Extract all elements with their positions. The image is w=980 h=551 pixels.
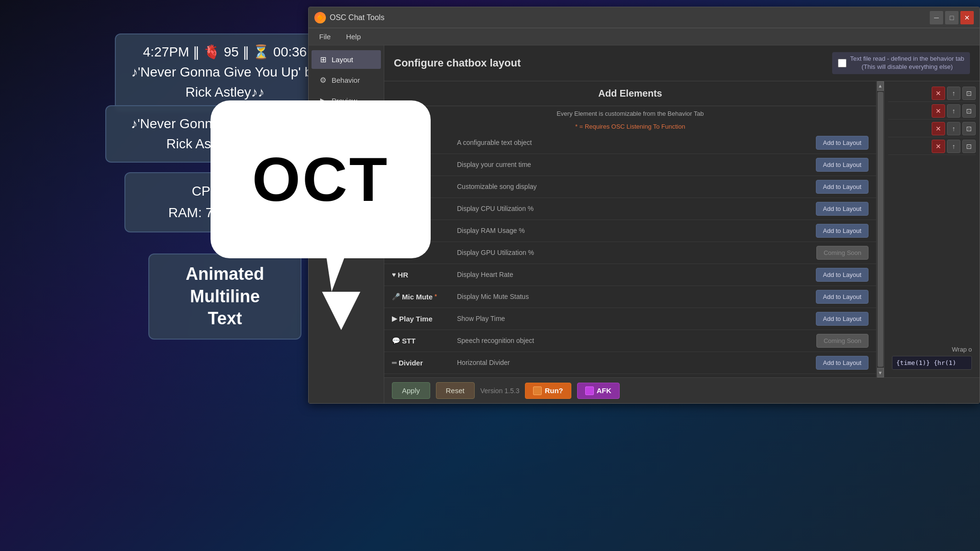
- right-panel-controls: ✕ ↑ ⊡ ✕ ↑ ⊡ ✕ ↑: [888, 85, 976, 155]
- speech-bubble: OCT: [211, 100, 431, 292]
- element-name-divider: ═ Divider: [392, 359, 449, 367]
- minimize-button[interactable]: ─: [930, 11, 943, 24]
- delete-button-1[interactable]: ✕: [932, 87, 945, 100]
- sidebar-item-layout[interactable]: ⊞ Layout: [312, 50, 381, 69]
- element-name-stt: 💬 STT: [392, 337, 449, 345]
- add-song-button[interactable]: Add to Layout: [816, 180, 869, 194]
- sidebar-label-behavior: Behavior: [332, 76, 360, 84]
- element-desc-song: Customizable song display: [449, 183, 816, 190]
- up-button-2[interactable]: ↑: [947, 104, 960, 118]
- mic-icon: 🎤: [392, 293, 400, 300]
- add-cpu-button[interactable]: Add to Layout: [816, 202, 869, 216]
- up-button-1[interactable]: ↑: [947, 87, 960, 100]
- element-name-mic-mute: 🎤 Mic Mute *: [392, 293, 449, 301]
- content-header: Configure chatbox layout Text file read …: [384, 45, 980, 81]
- edit-button-3[interactable]: ⊡: [962, 122, 976, 135]
- add-hr-button[interactable]: Add to Layout: [816, 268, 869, 282]
- menu-file[interactable]: File: [312, 31, 337, 43]
- behavior-icon: ⚙: [318, 76, 328, 85]
- delete-button-3[interactable]: ✕: [932, 122, 945, 135]
- element-desc-gpu: Display GPU Utilization %: [449, 249, 816, 256]
- menu-help[interactable]: Help: [339, 31, 368, 43]
- ctrl-row-4: ✕ ↑ ⊡: [888, 138, 976, 155]
- app-icon: 🔶: [314, 12, 326, 23]
- scroll-track[interactable]: ▲ ▼: [876, 81, 884, 377]
- element-row-ram: 💾 RAM Display RAM Usage % Add to Layout: [384, 220, 876, 242]
- element-desc-stt: Speech recognition object: [449, 337, 816, 344]
- element-desc-ram: Display RAM Usage %: [449, 227, 816, 234]
- sidebar-item-behavior[interactable]: ⚙ Behavior: [312, 71, 381, 89]
- add-play-time-button[interactable]: Add to Layout: [816, 312, 869, 326]
- required-star-mic: *: [434, 293, 437, 300]
- element-name-play-time: ▶ Play Time: [392, 315, 449, 323]
- edit-button-1[interactable]: ⊡: [962, 87, 976, 100]
- speech-bubble-body: OCT: [211, 100, 431, 258]
- wrap-label: Wrap o: [892, 346, 972, 353]
- right-panel: ✕ ↑ ⊡ ✕ ↑ ⊡ ✕ ↑: [884, 81, 980, 377]
- afk-button[interactable]: AFK: [577, 383, 620, 399]
- scroll-down-button[interactable]: ▼: [877, 368, 884, 377]
- element-desc-cpu: Display CPU Utilization %: [449, 205, 816, 212]
- add-mic-mute-button[interactable]: Add to Layout: [816, 290, 869, 304]
- edit-button-4[interactable]: ⊡: [962, 140, 976, 153]
- add-text-button[interactable]: Add to Layout: [816, 136, 869, 150]
- preview-box-1: 4:27PM ‖ 🫀 95 ‖ ⏳ 00:36 ♪'Never Gonna Gi…: [115, 33, 335, 111]
- elements-list[interactable]: T Text A configurable text object Add to…: [384, 132, 876, 377]
- add-divider-button[interactable]: Add to Layout: [816, 356, 869, 370]
- preview-box-1-line3: Rick Astley♪♪: [127, 82, 323, 102]
- delete-button-4[interactable]: ✕: [932, 140, 945, 153]
- element-row-time: 🕐 Time Display your current time Add to …: [384, 154, 876, 176]
- add-gpu-button: Coming Soon: [816, 246, 869, 260]
- element-desc-hr: Display Heart Rate: [449, 271, 816, 278]
- up-button-3[interactable]: ↑: [947, 122, 960, 135]
- element-row-text: T Text A configurable text object Add to…: [384, 132, 876, 154]
- elements-panel: Add Elements Every Element is customizab…: [384, 81, 980, 377]
- element-row-play-time: ▶ Play Time Show Play Time Add to Layout: [384, 308, 876, 330]
- version-text: Version 1.5.3: [480, 387, 520, 395]
- menu-bar: File Help: [309, 28, 980, 45]
- delete-button-2[interactable]: ✕: [932, 104, 945, 118]
- add-ram-button[interactable]: Add to Layout: [816, 224, 869, 238]
- element-desc-text: A configurable text object: [449, 139, 816, 146]
- element-row-gpu: 🎮 GPU Display GPU Utilization % Coming S…: [384, 242, 876, 264]
- preview-box-1-line2: ♪'Never Gonna Give You Up' by: [127, 62, 323, 82]
- scroll-up-button[interactable]: ▲: [877, 81, 884, 91]
- ctrl-row-3: ✕ ↑ ⊡: [888, 121, 976, 137]
- window-controls: ─ □ ✕: [930, 11, 974, 24]
- add-stt-button: Coming Soon: [816, 334, 869, 348]
- reset-button[interactable]: Reset: [436, 382, 475, 399]
- speech-bubble-text: OCT: [252, 143, 389, 215]
- add-elements-panel: Add Elements Every Element is customizab…: [384, 81, 876, 377]
- add-time-button[interactable]: Add to Layout: [816, 158, 869, 172]
- element-desc-play-time: Show Play Time: [449, 315, 816, 322]
- sidebar-label-layout: Layout: [332, 55, 353, 64]
- ctrl-row-2: ✕ ↑ ⊡: [888, 103, 976, 120]
- element-row-stt: 💬 STT Speech recognition object Coming S…: [384, 330, 876, 352]
- main-content: Configure chatbox layout Text file read …: [384, 45, 980, 403]
- title-bar: 🔶 OSC Chat Tools ─ □ ✕: [309, 7, 980, 28]
- wrap-section: Wrap o: [888, 342, 976, 374]
- layout-icon: ⊞: [318, 55, 328, 64]
- up-button-4[interactable]: ↑: [947, 140, 960, 153]
- element-desc-mic-mute: Display Mic Mute Status: [449, 293, 816, 300]
- ctrl-row-1: ✕ ↑ ⊡: [888, 85, 976, 102]
- apply-button[interactable]: Apply: [392, 382, 430, 399]
- edit-button-2[interactable]: ⊡: [962, 104, 976, 118]
- panel-required-note: * = Requires OSC Listening To Function: [384, 119, 876, 132]
- run-button[interactable]: Run?: [525, 383, 571, 399]
- element-row-mic-mute: 🎤 Mic Mute * Display Mic Mute Status Add…: [384, 286, 876, 308]
- wrap-input[interactable]: [892, 356, 972, 370]
- close-button[interactable]: ✕: [960, 11, 974, 24]
- element-desc-time: Display your current time: [449, 161, 816, 168]
- page-title: Configure chatbox layout: [394, 57, 521, 69]
- text-file-label: Text file read - defined in the behavior…: [850, 55, 964, 71]
- play-time-icon: ▶: [392, 315, 397, 322]
- element-row-song: ♪ Song Customizable song display Add to …: [384, 176, 876, 198]
- panel-title: Add Elements: [384, 81, 876, 106]
- element-row-cpu: 🖥 CPU Display CPU Utilization % Add to L…: [384, 198, 876, 220]
- element-row-hr: ♥ HR Display Heart Rate Add to Layout: [384, 264, 876, 286]
- scroll-thumb[interactable]: [878, 92, 883, 367]
- text-file-area: Text file read - defined in the behavior…: [832, 52, 970, 74]
- maximize-button[interactable]: □: [945, 11, 958, 24]
- text-file-checkbox[interactable]: [838, 59, 846, 67]
